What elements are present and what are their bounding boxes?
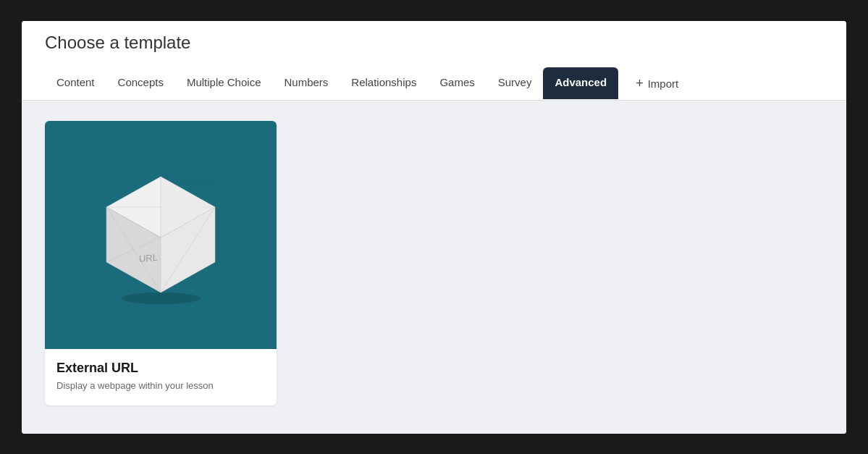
template-card-image: URL <box>45 121 277 349</box>
tab-survey[interactable]: Survey <box>486 67 544 99</box>
template-card-external-url[interactable]: URL External URL Display a webpage withi… <box>45 121 277 405</box>
tab-relationships[interactable]: Relationships <box>340 67 428 99</box>
tab-games[interactable]: Games <box>428 67 486 99</box>
template-card-description: Display a webpage within your lesson <box>56 380 265 391</box>
header: Choose a template Content Concepts Multi… <box>22 21 846 101</box>
tab-multiple-choice[interactable]: Multiple Choice <box>175 67 273 99</box>
import-label: Import <box>648 77 679 90</box>
tab-numbers[interactable]: Numbers <box>272 67 340 99</box>
page-title: Choose a template <box>45 33 823 53</box>
tab-content[interactable]: Content <box>45 67 106 99</box>
tab-bar: Content Concepts Multiple Choice Numbers… <box>45 67 823 100</box>
plus-icon: + <box>636 76 644 91</box>
template-content: URL External URL Display a webpage withi… <box>22 101 846 434</box>
tab-advanced[interactable]: Advanced <box>543 67 618 99</box>
svg-text:URL: URL <box>139 252 158 264</box>
svg-point-10 <box>121 293 201 304</box>
tab-import[interactable]: + Import <box>624 67 690 100</box>
template-grid: URL External URL Display a webpage withi… <box>45 121 823 405</box>
template-card-info: External URL Display a webpage within yo… <box>45 349 277 405</box>
tab-concepts[interactable]: Concepts <box>106 67 175 99</box>
template-card-title: External URL <box>56 361 265 376</box>
main-window: Choose a template Content Concepts Multi… <box>22 21 846 434</box>
cube-illustration: URL <box>81 155 240 314</box>
